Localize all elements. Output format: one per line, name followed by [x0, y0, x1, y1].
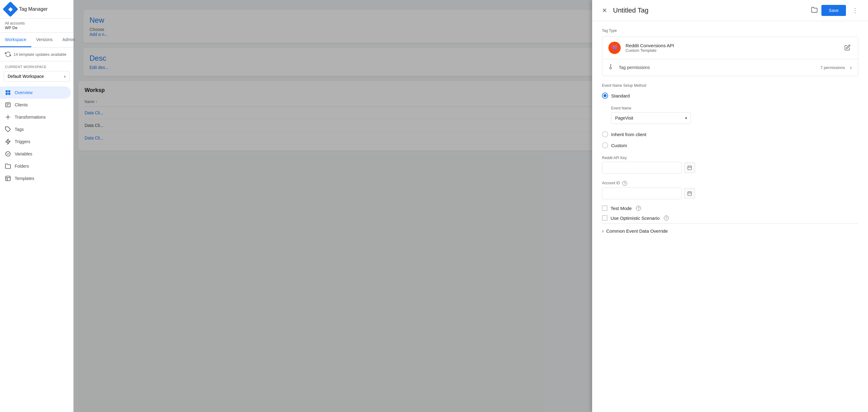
tag-permissions-row[interactable]: Tag permissions 7 permissions › — [602, 59, 858, 76]
svg-rect-3 — [8, 93, 10, 95]
radio-circle-inherit — [602, 131, 608, 137]
sidebar-item-label: Overview — [15, 90, 32, 95]
svg-rect-1 — [8, 90, 10, 93]
tag-type-sub: Custom Template — [626, 48, 838, 53]
template-updates-text: 14 template updates available — [13, 52, 66, 57]
account-id-label: Account ID ? — [602, 181, 858, 186]
tab-versions[interactable]: Versions — [31, 33, 58, 47]
api-key-picker-button[interactable] — [684, 162, 695, 173]
account-id-input[interactable] — [602, 188, 682, 199]
account-id-picker-button[interactable] — [684, 188, 695, 199]
sidebar-item-overview[interactable]: Overview — [0, 87, 71, 99]
checkbox-group: Test Mode ? Use Optimistic Scenario ? — [602, 205, 858, 221]
sidebar-item-transformations[interactable]: Transformations — [0, 111, 71, 123]
tab-workspace[interactable]: Workspace — [0, 33, 31, 47]
account-label: All accounts — [5, 21, 68, 26]
close-icon: ✕ — [602, 7, 607, 14]
app-title: Tag Manager — [19, 6, 48, 12]
tag-type-label: Tag Type — [602, 29, 858, 33]
workspace-selector-name: Default Workspace — [8, 74, 44, 79]
sidebar-item-variables[interactable]: Variables — [0, 148, 71, 160]
event-name-select-wrapper: PageVisit AddToCart Purchase Lead SignUp… — [611, 112, 691, 124]
radio-group: Standard Event Name PageVisit AddToCart … — [602, 93, 858, 148]
radio-standard[interactable]: Standard — [602, 93, 858, 99]
save-button[interactable]: Save — [822, 5, 846, 16]
tag-type-info: Reddit Conversions API Custom Template — [626, 43, 838, 53]
svg-rect-0 — [6, 90, 8, 93]
account-id-help-icon[interactable]: ? — [622, 181, 627, 186]
svg-rect-4 — [6, 103, 10, 107]
templates-icon — [5, 176, 11, 182]
folders-icon — [5, 163, 11, 169]
radio-custom[interactable]: Custom — [602, 142, 858, 148]
api-key-label: Reddit API Key — [602, 156, 858, 160]
close-button[interactable]: ✕ — [599, 5, 609, 15]
test-mode-help-icon[interactable]: ? — [636, 206, 641, 211]
sidebar: ◆ Tag Manager All accounts WP De Workspa… — [0, 0, 73, 412]
event-name-setup-label: Event Name Setup Method — [602, 84, 858, 88]
sidebar-item-templates[interactable]: Templates — [0, 172, 71, 185]
nav-tabs: Workspace Versions Admin — [0, 33, 73, 47]
radio-circle-standard — [602, 93, 608, 99]
template-updates-bar[interactable]: 14 template updates available — [0, 47, 73, 61]
main-content: New Choose Add a n... Desc Edit des... W… — [73, 0, 868, 412]
tag-editor-panel: ✕ Untitled Tag Save ⋮ Tag Type 👾 — [592, 0, 868, 412]
optimistic-scenario-option[interactable]: Use Optimistic Scenario ? — [602, 215, 858, 221]
svg-marker-9 — [6, 139, 10, 145]
radio-inherit[interactable]: Inherit from client — [602, 131, 858, 137]
edit-tag-type-button[interactable] — [843, 43, 852, 53]
more-options-button[interactable]: ⋮ — [849, 5, 861, 16]
radio-circle-custom — [602, 142, 608, 148]
sidebar-item-label: Triggers — [15, 139, 30, 144]
sidebar-item-label: Transformations — [15, 115, 46, 120]
sidebar-item-triggers[interactable]: Triggers — [0, 135, 71, 148]
sidebar-header: ◆ Tag Manager — [0, 0, 73, 19]
sidebar-item-label: Clients — [15, 102, 28, 107]
svg-line-15 — [609, 64, 612, 67]
triggers-icon — [5, 138, 11, 145]
svg-rect-21 — [688, 192, 691, 196]
tags-icon — [5, 126, 11, 132]
sidebar-item-tags[interactable]: Tags — [0, 123, 71, 135]
test-mode-label: Test Mode — [611, 206, 632, 211]
radio-label-inherit: Inherit from client — [611, 132, 646, 137]
svg-point-7 — [7, 117, 9, 118]
clients-icon — [5, 102, 11, 108]
event-name-setup-section: Event Name Setup Method Standard Event N… — [602, 84, 858, 148]
svg-rect-11 — [6, 176, 10, 181]
reddit-icon: 👾 — [609, 42, 621, 54]
event-name-field-label: Event Name — [611, 106, 858, 110]
workspace-display-name: WP De — [5, 26, 68, 30]
overview-icon — [5, 90, 11, 96]
more-icon: ⋮ — [852, 7, 858, 14]
api-key-input[interactable] — [602, 162, 682, 173]
expand-label: Common Event Data Override — [606, 228, 668, 233]
sidebar-item-label: Tags — [15, 127, 24, 132]
test-mode-checkbox[interactable] — [602, 205, 608, 211]
radio-label-custom: Custom — [611, 143, 627, 148]
test-mode-option[interactable]: Test Mode ? — [602, 205, 858, 211]
expand-chevron-icon: › — [602, 228, 604, 234]
tag-type-card: 👾 Reddit Conversions API Custom Template — [602, 36, 858, 76]
sidebar-item-folders[interactable]: Folders — [0, 160, 71, 172]
permissions-label: Tag permissions — [619, 65, 815, 70]
event-name-select[interactable]: PageVisit AddToCart Purchase Lead SignUp — [611, 112, 691, 124]
expand-common-event-data[interactable]: › Common Event Data Override — [602, 223, 858, 239]
app-logo: ◆ — [3, 2, 19, 17]
sidebar-item-label: Variables — [15, 152, 32, 156]
sidebar-item-label: Templates — [15, 176, 34, 181]
tag-type-name: Reddit Conversions API — [626, 43, 838, 48]
workspace-selector[interactable]: Default Workspace › — [4, 71, 69, 82]
modal-overlay: ✕ Untitled Tag Save ⋮ Tag Type 👾 — [73, 0, 868, 412]
optimistic-scenario-checkbox[interactable] — [602, 215, 608, 221]
account-id-input-row — [602, 188, 858, 199]
optimistic-scenario-label: Use Optimistic Scenario — [611, 216, 659, 221]
sidebar-item-label: Folders — [15, 164, 29, 168]
standard-sub-form: Event Name PageVisit AddToCart Purchase … — [611, 106, 858, 124]
radio-label-standard: Standard — [611, 93, 630, 98]
nav-items: Overview Clients Transformations Tags — [0, 84, 73, 412]
optimistic-scenario-help-icon[interactable]: ? — [664, 216, 669, 220]
folder-icon[interactable] — [811, 6, 818, 15]
current-workspace-label: CURRENT WORKSPACE — [0, 61, 73, 70]
sidebar-item-clients[interactable]: Clients — [0, 99, 71, 111]
